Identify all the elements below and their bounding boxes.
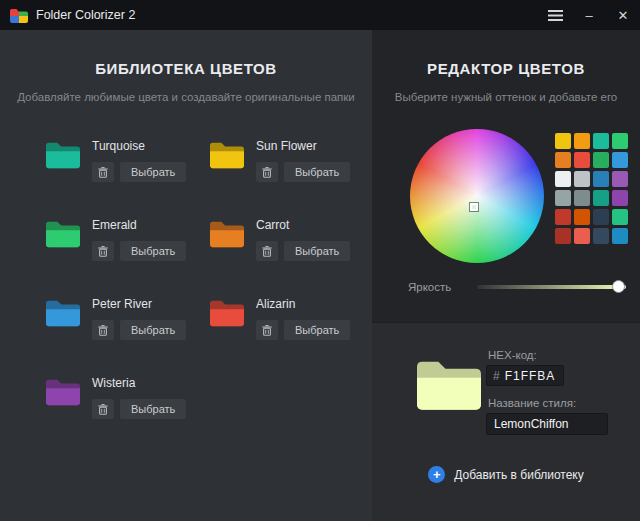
color-swatch[interactable]: [574, 190, 590, 206]
color-swatch[interactable]: [612, 228, 628, 244]
library-item: Emerald Выбрать: [44, 216, 202, 261]
brightness-slider-thumb[interactable]: [612, 280, 625, 293]
library-item: Sun Flower Выбрать: [208, 137, 366, 182]
library-item-info: Turquoise Выбрать: [92, 137, 186, 182]
delete-color-button[interactable]: [92, 399, 114, 419]
library-item: Carrot Выбрать: [208, 216, 366, 261]
library-item-actions: Выбрать: [92, 399, 186, 419]
color-swatch[interactable]: [612, 209, 628, 225]
color-wheel-marker[interactable]: [470, 203, 478, 211]
select-button[interactable]: Выбрать: [120, 241, 186, 261]
color-swatch[interactable]: [555, 152, 571, 168]
library-item-actions: Выбрать: [256, 162, 350, 182]
library-item-info: Carrot Выбрать: [256, 216, 350, 261]
hex-input-box[interactable]: #: [486, 365, 564, 386]
color-wheel[interactable]: [410, 129, 544, 263]
folder-name: Carrot: [256, 218, 350, 232]
select-button[interactable]: Выбрать: [120, 399, 186, 419]
hex-input[interactable]: [505, 369, 557, 383]
folder-icon: [208, 137, 246, 171]
color-swatch[interactable]: [593, 228, 609, 244]
delete-color-button[interactable]: [92, 162, 114, 182]
plus-icon: +: [428, 466, 445, 483]
folder-name: Wisteria: [92, 376, 186, 390]
folder-preview-icon: [412, 351, 486, 415]
color-swatch[interactable]: [574, 152, 590, 168]
editor-subtitle: Выберите нужный оттенок и добавьте его: [380, 91, 632, 103]
library-item-info: Alizarin Выбрать: [256, 295, 350, 340]
folder-icon: [208, 295, 246, 329]
close-icon: ✕: [618, 8, 629, 23]
color-swatch[interactable]: [555, 209, 571, 225]
brightness-label: Яркость: [408, 281, 451, 293]
select-button[interactable]: Выбрать: [284, 320, 350, 340]
app-title: Folder Colorizer 2: [36, 8, 135, 22]
swatch-grid: [555, 133, 628, 263]
select-button[interactable]: Выбрать: [284, 241, 350, 261]
folder-name: Emerald: [92, 218, 186, 232]
delete-color-button[interactable]: [256, 162, 278, 182]
color-swatch[interactable]: [574, 171, 590, 187]
folder-icon: [44, 374, 82, 408]
select-button[interactable]: Выбрать: [120, 162, 186, 182]
color-swatch[interactable]: [555, 133, 571, 149]
color-swatch[interactable]: [612, 152, 628, 168]
library-item: Alizarin Выбрать: [208, 295, 366, 340]
color-swatch[interactable]: [574, 209, 590, 225]
folder-icon: [44, 216, 82, 250]
menu-button[interactable]: [538, 0, 572, 30]
color-swatch[interactable]: [612, 133, 628, 149]
select-button[interactable]: Выбрать: [120, 320, 186, 340]
color-swatch[interactable]: [593, 209, 609, 225]
color-swatch[interactable]: [593, 171, 609, 187]
library-item-info: Emerald Выбрать: [92, 216, 186, 261]
color-swatch[interactable]: [593, 133, 609, 149]
library-item: Turquoise Выбрать: [44, 137, 202, 182]
select-button[interactable]: Выбрать: [284, 162, 350, 182]
library-item-actions: Выбрать: [256, 241, 350, 261]
editor-title: РЕДАКТОР ЦВЕТОВ: [372, 60, 640, 77]
trash-icon: [98, 167, 108, 178]
editor-panel: РЕДАКТОР ЦВЕТОВ Выберите нужный оттенок …: [372, 30, 640, 521]
library-item-actions: Выбрать: [256, 320, 350, 340]
color-swatch[interactable]: [555, 171, 571, 187]
color-swatch[interactable]: [555, 228, 571, 244]
style-name-label: Название стиля:: [488, 397, 576, 409]
delete-color-button[interactable]: [256, 320, 278, 340]
library-panel: БИБЛИОТЕКА ЦВЕТОВ Добавляйте любимые цве…: [0, 30, 372, 521]
color-swatch[interactable]: [574, 133, 590, 149]
folder-icon: [44, 295, 82, 329]
library-item-info: Peter River Выбрать: [92, 295, 186, 340]
minimize-button[interactable]: –: [572, 0, 606, 30]
folder-name: Peter River: [92, 297, 186, 311]
color-details-section: HEX-код: # Название стиля: + Добавить в …: [372, 322, 640, 521]
library-item: Wisteria Выбрать: [44, 374, 202, 419]
color-swatch[interactable]: [574, 228, 590, 244]
delete-color-button[interactable]: [92, 241, 114, 261]
library-subtitle: Добавляйте любимые цвета и создавайте ор…: [8, 91, 364, 103]
color-swatch[interactable]: [612, 190, 628, 206]
hex-label: HEX-код:: [488, 349, 537, 361]
folder-icon: [44, 137, 82, 171]
color-swatch[interactable]: [593, 152, 609, 168]
close-button[interactable]: ✕: [606, 0, 640, 30]
app-logo-icon: [10, 8, 28, 23]
main-area: БИБЛИОТЕКА ЦВЕТОВ Добавляйте любимые цве…: [0, 30, 640, 521]
delete-color-button[interactable]: [92, 320, 114, 340]
trash-icon: [98, 325, 108, 336]
add-to-library-label: Добавить в библиотеку: [454, 468, 584, 482]
trash-icon: [98, 404, 108, 415]
hex-prefix: #: [493, 369, 500, 383]
trash-icon: [98, 246, 108, 257]
window-controls: – ✕: [538, 0, 640, 30]
color-swatch[interactable]: [593, 190, 609, 206]
titlebar: Folder Colorizer 2 – ✕: [0, 0, 640, 30]
folder-name: Turquoise: [92, 139, 186, 153]
library-item-info: Wisteria Выбрать: [92, 374, 186, 419]
color-swatch[interactable]: [555, 190, 571, 206]
brightness-slider[interactable]: [477, 285, 626, 289]
add-to-library-button[interactable]: + Добавить в библиотеку: [372, 465, 640, 484]
color-swatch[interactable]: [612, 171, 628, 187]
style-name-input[interactable]: [486, 413, 608, 435]
delete-color-button[interactable]: [256, 241, 278, 261]
